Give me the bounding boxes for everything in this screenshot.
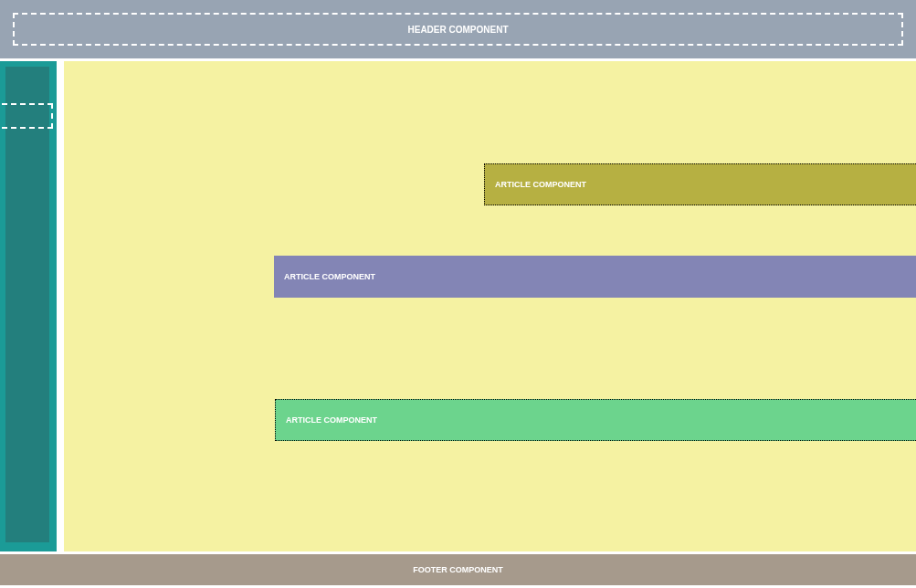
article-label: ARTICLE COMPONENT — [284, 272, 375, 281]
article-component-2: ARTICLE COMPONENT — [274, 256, 916, 298]
article-component-3: ARTICLE COMPONENT — [275, 399, 916, 441]
article-label: ARTICLE COMPONENT — [286, 415, 377, 425]
sidebar-inner — [5, 67, 49, 542]
main-content: ARTICLE COMPONENT ARTICLE COMPONENT ARTI… — [64, 61, 916, 551]
footer-label: FOOTER COMPONENT — [413, 565, 503, 574]
article-label: ARTICLE COMPONENT — [495, 180, 586, 189]
header-component: HEADER COMPONENT — [0, 0, 916, 58]
header-label: HEADER COMPONENT — [407, 25, 508, 35]
footer-component: FOOTER COMPONENT — [0, 554, 916, 585]
header-placeholder: HEADER COMPONENT — [13, 13, 903, 46]
sidebar-placeholder — [2, 103, 53, 129]
sidebar-component — [0, 61, 57, 551]
article-component-1: ARTICLE COMPONENT — [484, 163, 916, 205]
